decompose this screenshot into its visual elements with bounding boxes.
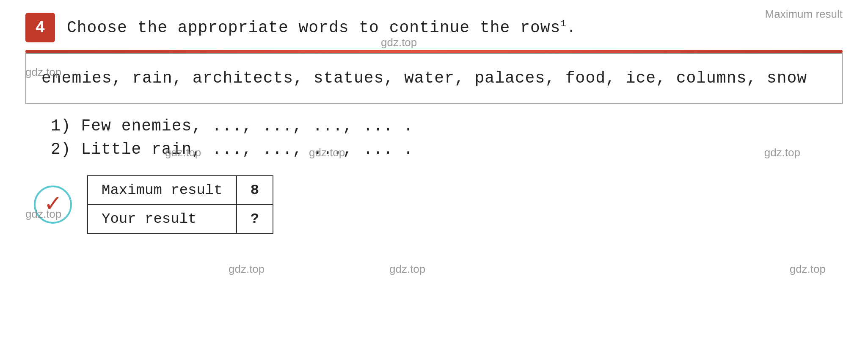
watermark-table-1: gdz.top	[229, 263, 265, 276]
watermark-header-mid: gdz.top	[381, 36, 417, 49]
word-box-content: enemies, rain, architects, statues, wate…	[41, 66, 827, 91]
task-instruction: Choose the appropriate words to continue…	[67, 19, 576, 37]
result-row-max: Maximum result 8	[88, 176, 273, 205]
header-row: 4 Choose the appropriate words to contin…	[25, 13, 843, 42]
word-box: enemies, rain, architects, statues, wate…	[25, 53, 843, 104]
result-row-your: Your result ?	[88, 205, 273, 233]
watermark-left-2: gdz.top	[25, 208, 61, 221]
watermark-mid-2: gdz.top	[309, 146, 345, 159]
watermark-table-2: gdz.top	[389, 263, 425, 276]
your-result-label: Your result	[88, 205, 237, 233]
watermark-mid-right: gdz.top	[764, 146, 800, 159]
your-result-value: ?	[237, 205, 273, 233]
sentence-1: 1) Few enemies, ..., ..., ..., ... .	[51, 117, 843, 135]
watermark-left-1: gdz.top	[25, 66, 61, 79]
instruction-superscript: 1	[560, 19, 566, 29]
watermark-top-right: Maximum result	[765, 8, 843, 21]
task-number-badge: 4	[25, 13, 55, 42]
red-separator-line	[25, 50, 843, 53]
instruction-text: Choose the appropriate words to continue…	[67, 19, 560, 37]
max-result-value: 8	[237, 176, 273, 205]
result-area: ✓ Maximum result 8 Your result ?	[34, 175, 843, 234]
page-container: Maximum result gdz.top gdz.top gdz.top g…	[0, 0, 868, 363]
watermark-table-3: gdz.top	[790, 263, 826, 276]
max-result-label: Maximum result	[88, 176, 237, 205]
result-table: Maximum result 8 Your result ?	[87, 175, 273, 234]
watermark-mid-1: gdz.top	[165, 146, 201, 159]
